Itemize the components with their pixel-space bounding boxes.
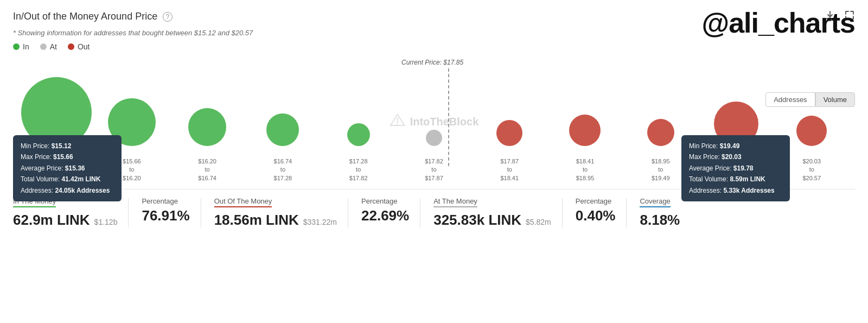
bubble-7 xyxy=(569,115,601,146)
main-container: In/Out of the Money Around Price ? @ali_… xyxy=(0,0,868,323)
bubble-col-7 xyxy=(547,73,623,146)
bubble-5 xyxy=(426,130,442,146)
stat-value-at: 325.83k LINK $5.82m xyxy=(433,212,551,229)
stat-label-coverage: Coverage xyxy=(640,197,683,210)
tooltip-right-addr: Addresses: 5.33k Addresses xyxy=(689,185,782,196)
stat-block-pct-out: Percentage 22.69% xyxy=(361,197,420,224)
tooltip-right-vol: Total Volume: 8.59m LINK xyxy=(689,174,782,185)
tooltip-left-max: Max Price: $15.66 xyxy=(21,151,114,162)
legend-dot-red xyxy=(68,43,74,50)
stat-value-coverage: 8.18% xyxy=(640,212,683,229)
legend-dot-gray xyxy=(40,43,47,50)
tooltip-right-min: Min Price: $19.49 xyxy=(689,141,782,151)
stat-block-in-the-money: In The Money 62.9m LINK $1.12b xyxy=(13,197,128,229)
stat-value-pct-in: 76.91% xyxy=(142,207,189,224)
help-icon[interactable]: ? xyxy=(163,12,173,22)
legend-label-in: In xyxy=(23,42,29,51)
price-range-3: $16.74to$17.28 xyxy=(245,157,321,182)
page-title: In/Out of the Money Around Price xyxy=(13,11,157,22)
bubble-10 xyxy=(796,116,827,146)
legend-item-at: At xyxy=(40,42,57,51)
divider-1 xyxy=(128,198,129,227)
divider-2 xyxy=(201,198,201,227)
stat-value-pct-out: 22.69% xyxy=(361,207,409,224)
stat-block-coverage: Coverage 8.18% xyxy=(640,197,694,229)
right-tooltip: Min Price: $19.49 Max Price: $20.03 Aver… xyxy=(681,135,790,201)
header-left: In/Out of the Money Around Price ? xyxy=(13,11,173,22)
tooltip-left-avg: Average Price: $15.36 xyxy=(21,163,114,174)
chart-area: Current Price: $17.85 IntoTheBlock xyxy=(13,56,855,187)
price-range-2: $16.20to$16.74 xyxy=(170,157,245,182)
tooltip-left-vol: Total Volume: 41.42m LINK xyxy=(21,174,114,185)
bubble-col-2 xyxy=(170,73,245,146)
stat-block-at: At The Money 325.83k LINK $5.82m xyxy=(433,197,562,229)
legend-dot-green xyxy=(13,43,20,50)
tooltip-left-min: Min Price: $15.12 xyxy=(21,141,114,151)
legend-label-out: Out xyxy=(78,42,90,51)
divider-5 xyxy=(562,198,563,227)
divider-6 xyxy=(626,198,627,227)
price-range-6: $17.87to$18.41 xyxy=(472,157,547,182)
toggle-row: Addresses Volume xyxy=(765,92,855,107)
bubble-3 xyxy=(266,113,299,146)
price-range-4: $17.28to$17.82 xyxy=(321,157,396,182)
stat-label-pct-in: Percentage xyxy=(142,197,189,205)
bubble-8 xyxy=(647,119,674,146)
bubble-6 xyxy=(496,120,522,146)
price-range-7: $18.41to$18.95 xyxy=(547,157,623,182)
watermark: @ali_charts xyxy=(701,7,855,39)
left-tooltip: Min Price: $15.12 Max Price: $15.66 Aver… xyxy=(13,135,122,201)
legend-item-out: Out xyxy=(68,42,90,51)
divider-4 xyxy=(420,198,420,227)
price-range-5: $17.82to$17.87 xyxy=(396,157,471,182)
tooltip-right-avg: Average Price: $19.78 xyxy=(689,163,782,174)
addresses-toggle-btn[interactable]: Addresses xyxy=(765,92,815,107)
stat-value-in: 62.9m LINK $1.12b xyxy=(13,212,117,229)
bubble-col-6 xyxy=(472,73,547,146)
legend: In At Out xyxy=(13,42,855,51)
bubble-col-3 xyxy=(245,73,321,146)
stat-label-pct-at: Percentage xyxy=(576,197,616,205)
stat-block-pct-at: Percentage 0.40% xyxy=(576,197,627,224)
current-price-label: Current Price: $17.85 xyxy=(401,59,463,66)
divider-3 xyxy=(348,198,348,227)
bubble-col-5 xyxy=(396,73,471,146)
bubble-2 xyxy=(188,108,226,146)
bubble-col-4 xyxy=(321,73,396,146)
stat-label-pct-out: Percentage xyxy=(361,197,409,205)
bubble-4 xyxy=(347,123,370,146)
stat-block-pct-in: Percentage 76.91% xyxy=(142,197,200,224)
volume-toggle-btn[interactable]: Volume xyxy=(815,92,855,107)
stat-label-out: Out Of The Money xyxy=(214,197,337,210)
legend-item-in: In xyxy=(13,42,29,51)
stat-label-at: At The Money xyxy=(433,197,551,210)
tooltip-left-addr: Addresses: 24.05k Addresses xyxy=(21,185,114,196)
stat-value-out: 18.56m LINK $331.22m xyxy=(214,212,337,229)
tooltip-right-max: Max Price: $20.03 xyxy=(689,151,782,162)
legend-label-at: At xyxy=(50,42,57,51)
stat-value-pct-at: 0.40% xyxy=(576,207,616,224)
stat-block-out: Out Of The Money 18.56m LINK $331.22m xyxy=(214,197,348,229)
